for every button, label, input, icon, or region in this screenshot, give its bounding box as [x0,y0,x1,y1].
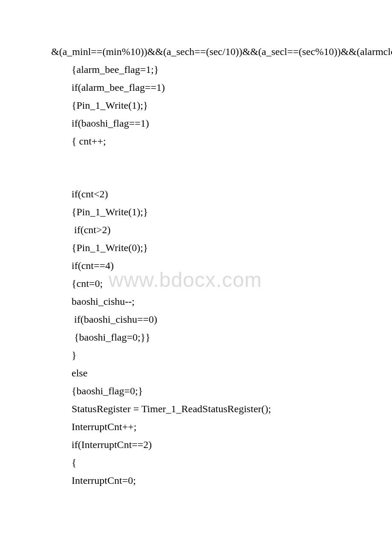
code-line: InterruptCnt++; [51,418,345,436]
code-line: if(cnt==4) [51,257,345,275]
code-line: {cnt=0; [51,275,345,292]
code-line: StatusRegister = Timer_1_ReadStatusRegis… [51,400,345,418]
code-line: {Pin_1_Write(1);} [51,96,345,114]
code-line: if(baoshi_flag==1) [51,114,345,132]
code-line: { cnt++; [51,132,345,150]
code-line: if(baoshi_cishu==0) [51,310,345,328]
code-line: {Pin_1_Write(0);} [51,239,345,257]
code-line: {Pin_1_Write(1);} [51,203,345,221]
code-line: {baoshi_flag=0;}} [51,328,345,346]
code-line: else [51,364,345,382]
code-line: baoshi_cishu--; [51,292,345,310]
code-line: } [51,346,345,364]
code-line: { [51,454,345,471]
code-line: if(alarm_bee_flag==1) [51,78,345,96]
code-line: if(cnt>2) [51,221,345,239]
code-line: &(a_minl==(min%10))&&(a_sech==(sec/10))&… [51,43,345,61]
code-block: &(a_minl==(min%10))&&(a_sech==(sec/10))&… [51,43,345,489]
code-line: {baoshi_flag=0;} [51,382,345,400]
code-line: if(InterruptCnt==2) [51,436,345,454]
code-line: InterruptCnt=0; [51,471,345,489]
code-line: {alarm_bee_flag=1;} [51,61,345,78]
code-line: if(cnt<2) [51,185,345,203]
